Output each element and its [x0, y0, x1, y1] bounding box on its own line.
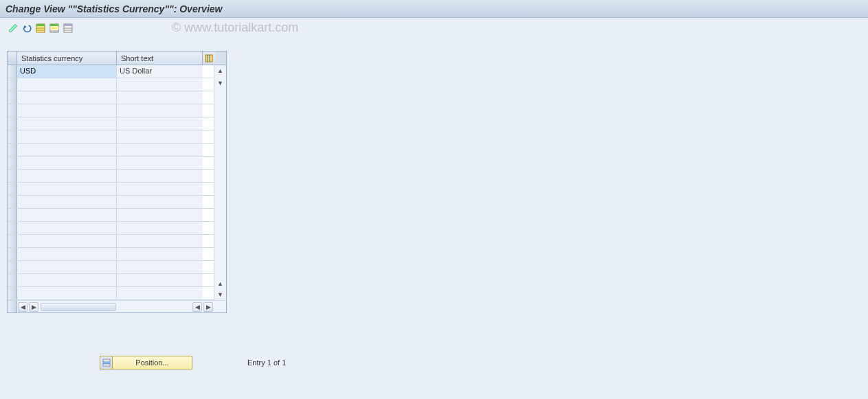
cell-currency[interactable] — [17, 209, 117, 221]
select-block-button[interactable] — [48, 22, 60, 34]
toggle-display-change-button[interactable] — [7, 22, 19, 34]
entry-count-text: Entry 1 of 1 — [247, 358, 286, 367]
cell-currency[interactable] — [17, 144, 117, 156]
horizontal-scrollbar[interactable]: ◀ ▶ ◀ ▶ — [8, 300, 226, 312]
cell-currency[interactable] — [17, 130, 117, 143]
cell-shorttext[interactable] — [117, 157, 203, 169]
scroll-up-icon[interactable]: ▲ — [214, 65, 226, 76]
cell-shorttext[interactable] — [117, 196, 203, 208]
table-row — [8, 235, 214, 248]
row-selector[interactable] — [8, 196, 17, 208]
row-selector[interactable] — [8, 65, 17, 78]
table-row — [8, 196, 214, 209]
cell-currency[interactable] — [17, 91, 117, 104]
table-select-icon — [36, 23, 45, 33]
undo-arrow-icon — [22, 23, 32, 33]
cell-shorttext[interactable] — [117, 287, 203, 299]
table-row — [8, 144, 214, 157]
row-selector[interactable] — [8, 144, 17, 156]
cell-currency[interactable] — [17, 235, 117, 247]
row-selector[interactable] — [8, 274, 17, 286]
scroll-down-step-icon[interactable]: ▼ — [214, 78, 226, 89]
cell-shorttext[interactable] — [117, 144, 203, 156]
row-selector[interactable] — [8, 222, 17, 234]
cell-currency[interactable] — [17, 248, 117, 260]
footer: Position... Entry 1 of 1 — [100, 356, 286, 369]
cell-currency[interactable] — [17, 170, 117, 182]
hscroll-left-end-icon[interactable]: ◀ — [18, 302, 27, 312]
cell-currency[interactable] — [17, 196, 117, 208]
row-selector-header[interactable] — [8, 52, 17, 65]
cell-currency[interactable] — [17, 117, 117, 130]
title-bar: Change View ""Statistics Currency"": Ove… — [0, 0, 868, 18]
cell-shorttext[interactable] — [117, 274, 203, 286]
row-selector[interactable] — [8, 104, 17, 117]
row-selector[interactable] — [8, 117, 17, 130]
undo-button[interactable] — [21, 22, 33, 34]
pencil-icon — [8, 23, 18, 33]
cell-currency[interactable] — [17, 261, 117, 273]
table-row — [8, 222, 214, 235]
table-body: USDUS Dollar ▲ ▼ ▲ ▼ — [8, 65, 226, 300]
scroll-down-icon[interactable]: ▼ — [214, 289, 226, 300]
cell-shorttext[interactable] — [117, 170, 203, 182]
hscroll-right-end-icon[interactable]: ▶ — [203, 302, 213, 312]
cell-currency[interactable] — [17, 104, 117, 117]
cell-currency[interactable] — [17, 78, 117, 91]
table-header-row: Statistics currency Short text — [8, 52, 226, 65]
row-selector[interactable] — [8, 235, 17, 247]
table-row — [8, 248, 214, 261]
cell-shorttext[interactable] — [117, 117, 203, 130]
table-row — [8, 170, 214, 183]
svg-rect-9 — [64, 24, 72, 26]
row-selector[interactable] — [8, 91, 17, 104]
select-all-button[interactable] — [34, 22, 47, 34]
row-selector[interactable] — [8, 78, 17, 91]
cell-shorttext[interactable]: US Dollar — [117, 65, 203, 78]
table-row: USDUS Dollar — [8, 65, 214, 78]
scroll-up-step-icon[interactable]: ▲ — [214, 278, 226, 289]
row-selector[interactable] — [8, 248, 17, 260]
table-row — [8, 287, 214, 300]
cell-currency[interactable]: USD — [17, 65, 117, 78]
table-settings-button[interactable] — [203, 52, 215, 65]
row-selector[interactable] — [8, 170, 17, 182]
hscroll-thumb[interactable] — [41, 304, 115, 310]
svg-rect-12 — [205, 55, 212, 62]
row-selector[interactable] — [8, 130, 17, 143]
row-selector[interactable] — [8, 287, 17, 299]
cell-shorttext[interactable] — [117, 104, 203, 117]
cell-shorttext[interactable] — [117, 183, 203, 195]
cell-currency[interactable] — [17, 183, 117, 195]
hscroll-track[interactable] — [41, 303, 116, 311]
toolbar — [0, 18, 868, 38]
content-area: Statistics currency Short text USDUS Dol… — [0, 38, 868, 320]
table-row — [8, 104, 214, 117]
cell-shorttext[interactable] — [117, 91, 203, 104]
deselect-all-button[interactable] — [62, 22, 74, 34]
cell-shorttext[interactable] — [117, 78, 203, 91]
cell-shorttext[interactable] — [117, 235, 203, 247]
cell-shorttext[interactable] — [117, 261, 203, 273]
row-selector[interactable] — [8, 183, 17, 195]
cell-currency[interactable] — [17, 157, 117, 169]
cell-shorttext[interactable] — [117, 209, 203, 221]
cell-shorttext[interactable] — [117, 248, 203, 260]
column-header-currency[interactable]: Statistics currency — [17, 52, 117, 65]
hscroll-right-icon[interactable]: ◀ — [192, 302, 202, 312]
cell-shorttext[interactable] — [117, 130, 203, 143]
page-title: Change View ""Statistics Currency"": Ove… — [5, 3, 222, 14]
table-row — [8, 209, 214, 222]
position-button[interactable]: Position... — [100, 356, 192, 369]
cell-shorttext[interactable] — [117, 222, 203, 234]
svg-rect-6 — [50, 27, 58, 30]
row-selector[interactable] — [8, 157, 17, 169]
vertical-scrollbar[interactable]: ▲ ▼ ▲ ▼ — [214, 65, 226, 300]
column-header-shorttext[interactable]: Short text — [117, 52, 203, 65]
cell-currency[interactable] — [17, 222, 117, 234]
hscroll-left-icon[interactable]: ▶ — [29, 302, 38, 312]
cell-currency[interactable] — [17, 274, 117, 286]
cell-currency[interactable] — [17, 287, 117, 299]
row-selector[interactable] — [8, 209, 17, 221]
row-selector[interactable] — [8, 261, 17, 273]
